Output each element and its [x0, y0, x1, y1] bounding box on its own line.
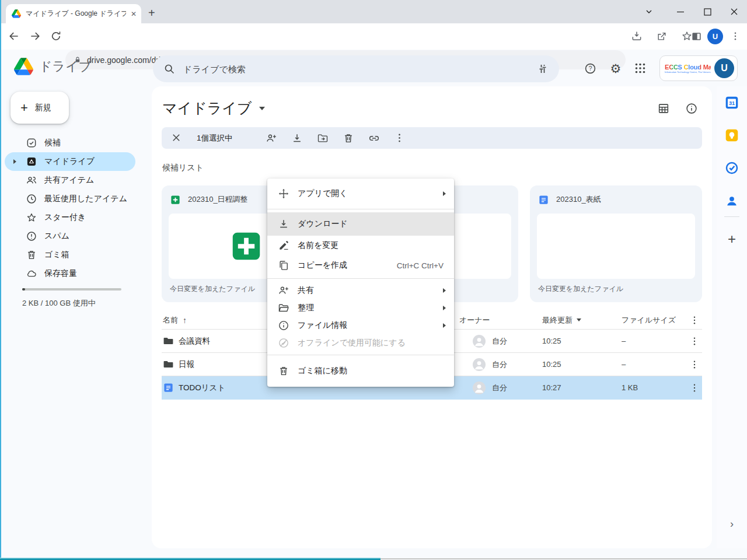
title-dropdown-icon[interactable] [259, 107, 265, 110]
new-tab-button[interactable]: + [148, 7, 155, 19]
menu-item-label: ゴミ箱に移動 [298, 366, 347, 376]
my-drive-icon [26, 156, 37, 167]
help-icon[interactable]: ? [578, 57, 602, 80]
drive-search-bar[interactable] [153, 55, 559, 82]
window-minimize-button[interactable] [668, 0, 693, 23]
shared-people-icon [26, 174, 37, 186]
browser-menu-kebab-icon[interactable] [730, 31, 741, 41]
settings-gear-icon[interactable]: ⚙ [604, 57, 627, 80]
sidebar-item-label: 最近使用したアイテム [44, 194, 127, 204]
sort-desc-icon[interactable] [577, 318, 581, 321]
sidebar-item-recent[interactable]: 最近使用したアイテム [5, 190, 135, 208]
window-maximize-button[interactable] [694, 0, 720, 23]
selection-toolbar: 1個選択中 [162, 127, 702, 149]
copy-icon [278, 260, 289, 271]
download-icon[interactable] [291, 132, 303, 144]
sidebar-item-shared[interactable]: 共有アイテム [5, 171, 135, 190]
menu-item-make-copy[interactable]: コピーを作成 Ctrl+C Ctrl+V [267, 256, 454, 275]
owner-name: 自分 [492, 336, 507, 346]
sidebar-item-trash[interactable]: ゴミ箱 [5, 246, 135, 264]
trash-icon[interactable] [343, 132, 354, 144]
back-icon[interactable] [8, 30, 20, 42]
menu-item-move-to-trash[interactable]: ゴミ箱に移動 [267, 358, 454, 384]
sidebar-item-label: 保存容量 [44, 268, 77, 279]
get-link-icon[interactable] [368, 132, 380, 144]
header-owner[interactable]: オーナー [459, 315, 490, 326]
share-person-add-icon[interactable] [266, 132, 277, 144]
drive-logo[interactable]: ドライブ [14, 58, 92, 75]
submenu-arrow-icon [443, 306, 446, 310]
window-left-edge [0, 0, 1, 560]
sidebar-item-label: スター付き [44, 212, 86, 223]
window-close-button[interactable] [721, 0, 747, 23]
menu-item-file-info[interactable]: ファイル情報 [267, 317, 454, 334]
search-input[interactable] [183, 64, 529, 74]
move-to-folder-icon[interactable] [317, 132, 329, 144]
bottom-edge-gray [381, 558, 747, 559]
menu-divider [267, 278, 454, 279]
sidebar-item-my-drive[interactable]: マイドライブ [5, 152, 135, 171]
menu-item-share[interactable]: 共有 [267, 282, 454, 299]
calendar-icon[interactable]: 31 [724, 95, 739, 110]
owner-avatar [472, 334, 486, 348]
submenu-arrow-icon [443, 323, 446, 328]
drive-logo-icon [14, 58, 33, 75]
search-options-icon[interactable] [537, 63, 549, 75]
tasks-icon[interactable] [724, 160, 739, 176]
menu-item-label: コピーを作成 [298, 260, 347, 271]
tab-search-chevron-icon[interactable] [636, 0, 662, 23]
table-options-kebab-icon[interactable] [689, 315, 700, 326]
menu-item-open-with[interactable]: アプリで開く [267, 181, 454, 206]
row-kebab-icon[interactable] [689, 359, 700, 370]
contacts-icon[interactable] [724, 193, 739, 208]
sidebar-item-storage[interactable]: 保存容量 [5, 264, 135, 283]
side-panel-toggle-icon[interactable] [691, 31, 702, 42]
page-title-row[interactable]: マイドライブ [162, 99, 265, 118]
apps-grid-icon[interactable] [629, 57, 652, 80]
menu-item-offline: オフラインで使用可能にする [267, 334, 454, 352]
sidebar-item-candidates[interactable]: 候補 [5, 134, 135, 152]
sidebar-item-starred[interactable]: スター付き [5, 208, 135, 227]
side-panel-add-icon[interactable]: + [717, 231, 747, 247]
menu-item-organize[interactable]: 整理 [267, 299, 454, 317]
sidebar-item-spam[interactable]: スパム [5, 227, 135, 246]
storage-progress-fill [22, 288, 25, 290]
reload-icon[interactable] [50, 30, 62, 42]
owner-avatar [472, 381, 486, 395]
row-kebab-icon[interactable] [689, 383, 700, 393]
menu-item-rename[interactable]: 名前を変更 [267, 236, 454, 256]
header-size[interactable]: ファイルサイズ [622, 316, 676, 324]
browser-profile-avatar[interactable]: U [707, 29, 723, 44]
context-menu: アプリで開く ダウンロード 名前を変更 コピーを作成 Ctrl+C Ctrl+V… [267, 178, 454, 387]
expand-caret-icon[interactable] [13, 159, 16, 164]
browser-tab[interactable]: マイドライブ - Google ドライブ ✕ [6, 4, 141, 23]
menu-item-download[interactable]: ダウンロード [267, 212, 454, 236]
keep-icon[interactable] [724, 128, 739, 143]
grid-view-icon[interactable] [657, 102, 670, 115]
side-panel-collapse-chevron-icon[interactable]: › [717, 518, 747, 530]
header-name[interactable]: 名前 [163, 315, 178, 326]
forward-icon[interactable] [29, 30, 41, 42]
plus-icon: + [20, 100, 28, 116]
tab-close-icon[interactable]: ✕ [131, 10, 137, 18]
more-actions-kebab-icon[interactable] [394, 132, 406, 144]
card-title: 202310_日程調整 [188, 194, 248, 205]
account-avatar[interactable]: U [714, 58, 734, 78]
file-name: 日報 [179, 359, 194, 370]
downloads-icon[interactable] [631, 30, 643, 42]
header-modified[interactable]: 最終更新 [542, 315, 573, 326]
file-size: – [622, 360, 686, 369]
clear-selection-icon[interactable] [171, 132, 183, 144]
row-kebab-icon[interactable] [689, 336, 700, 346]
new-button[interactable]: + 新規 [11, 92, 69, 124]
sheets-logo-icon [228, 228, 264, 264]
menu-item-label: 共有 [298, 285, 314, 296]
share-page-icon[interactable] [656, 30, 668, 42]
open-with-icon [278, 188, 289, 200]
folder-icon [163, 335, 174, 346]
details-info-icon[interactable] [685, 102, 698, 115]
suggestion-card-cover[interactable]: 202310_表紙 今日変更を加えたファイル [530, 186, 702, 302]
tab-title: マイドライブ - Google ドライブ [26, 9, 126, 19]
sort-asc-icon[interactable]: ↑ [183, 316, 187, 325]
account-badge[interactable]: ECCS Cloud Mail Information Technology C… [659, 55, 738, 81]
